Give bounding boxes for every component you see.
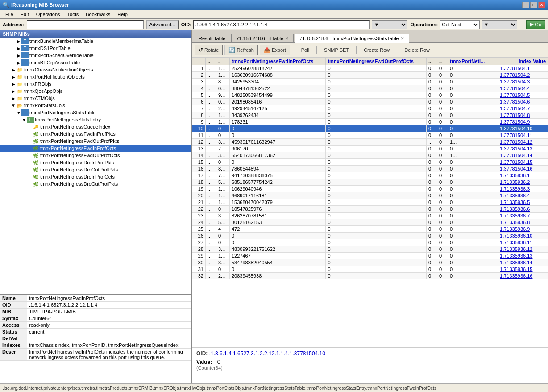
maximize-btn[interactable]: □ (530, 2, 537, 8)
expand-icon-open: ▼ (16, 110, 21, 115)
col-fwd-out[interactable]: tmnxPortNetIngressFwdOutProfOcts (326, 58, 427, 65)
table-row[interactable]: 5..9...14825053945449900001.37781504.5 (192, 92, 548, 99)
tree-item-fwd-out-octs[interactable]: 🌿 tmnxPortNetIngressFwdOutProfOcts (0, 152, 191, 159)
tree-item-dro-out-pkts[interactable]: 🌿 tmnxPortNetIngressDroOutProfPkts (0, 166, 191, 173)
table-row[interactable]: 24..5...3012516215300001.71335936.8 (192, 219, 548, 226)
table-row[interactable]: 17..7...94173038883607500001.71335936.1 (192, 172, 548, 179)
table-row[interactable]: 28..3...483099322175162200001.71335936.1… (192, 246, 548, 253)
tree-item-atm[interactable]: ▶ 📁 tmnxATMObjs (0, 95, 191, 102)
table-row[interactable]: 1..1...25249607881824700001.37781504.1 (192, 65, 548, 72)
tree-item-bundle-member[interactable]: ▶ T tmnxBundleMemberImaTable (0, 38, 191, 45)
tree-item-fwd-in-octs[interactable]: 🌿 tmnxPortNetIngressFwdInProfOcts (0, 145, 191, 152)
tree-item-schedroverride[interactable]: ▶ T tmnxPortSchedOverrideTable (0, 52, 191, 59)
table-row[interactable]: 25..447200001.71335936.9 (192, 226, 548, 233)
tab-close-icon[interactable]: ✕ (285, 36, 289, 41)
table-row[interactable]: 7..2...492944514712500001.37781504.7 (192, 105, 548, 112)
table-row[interactable]: 11..0000001.37781504.11 (192, 132, 548, 139)
table-row[interactable]: 4..0...3804478136252200001.37781504.4 (192, 85, 548, 92)
table-row[interactable]: 3..8...942595330400001.37781504.3 (192, 79, 548, 85)
toolbar-separator2 (316, 46, 317, 54)
menu-edit[interactable]: Edit (17, 11, 33, 18)
tree-item-queue-index[interactable]: 🔑 tmnxPortNetIngressQueueIndex (0, 123, 191, 130)
row-num: 24 (192, 219, 206, 226)
tree-item-portstats[interactable]: ▼ 📂 tmnxPortStatsObjs (0, 102, 191, 109)
col-fwd-in[interactable]: tmnxPortNetIngressFwdInProfOcts (230, 58, 326, 65)
tree-item-ingress-entry[interactable]: ▼ E tmnxPortNetIngressStatsEntry (0, 116, 191, 123)
table-row[interactable]: 30..3...53479888204055400001.71335936.14 (192, 259, 548, 266)
refresh-button[interactable]: 🔄 Refresh (224, 45, 258, 55)
row-num: 25 (192, 226, 206, 233)
minimize-btn[interactable]: ─ (522, 2, 529, 8)
prop-oid-value: .1.6.1.4.1.6527.3.1.2.2.12.1.1.4 (27, 302, 191, 309)
col-d3-val: 0 (448, 239, 498, 246)
col-dots1: .. (206, 226, 216, 233)
tree-item-fwd-out-pkts[interactable]: 🌿 tmnxPortNetIngressFwdOutProfPkts (0, 138, 191, 145)
status-bar: .iso.org.dod.internet.private.enterprise… (0, 383, 548, 392)
table-row[interactable]: 10..0000001.37781504.10 (192, 125, 548, 132)
menu-operations[interactable]: Operations (33, 11, 64, 18)
tree-item-bpgrpassoc[interactable]: ▶ T tmnxBPGrpAssocTable (0, 59, 191, 66)
go-button[interactable]: ▶ Go (526, 20, 545, 29)
row-num: 10 (192, 125, 206, 132)
tab-close-icon[interactable]: ✕ (401, 36, 404, 41)
ops-dropdown[interactable]: ▼ (482, 20, 517, 29)
table-area[interactable]: .. . tmnxPortNetIngressFwdInProfOcts tmn… (192, 57, 548, 347)
mib-tree[interactable]: ▶ T tmnxBundleMemberImaTable ▶ T tmnxDS1… (0, 38, 191, 294)
create-row-button[interactable]: Create Row (360, 47, 393, 53)
tree-item-ds1port[interactable]: ▶ T tmnxDS1PortTable (0, 45, 191, 52)
menu-tools[interactable]: Tools (64, 11, 83, 18)
tree-item-dro-in-octs[interactable]: 🌿 tmnxPortNetIngressDroInProfOcts (0, 173, 191, 180)
table-row[interactable]: 26..0000001.71335936.10 (192, 233, 548, 239)
advanced-btn[interactable]: Advanced... (146, 20, 179, 29)
table-row[interactable]: 8..1...343976243400001.37781504.8 (192, 112, 548, 119)
menu-help[interactable]: Help (114, 11, 131, 18)
table-icon: T (21, 109, 29, 116)
col-portnet[interactable]: tmnxPortNetI... (448, 58, 498, 65)
table-row[interactable]: 21..1...15368047004207900001.71335936.5 (192, 199, 548, 206)
col-index[interactable]: Index Value (498, 58, 548, 65)
delete-row-button[interactable]: Delete Row (401, 47, 433, 53)
table-row[interactable]: 13..7...90617000001.37781504.13 (192, 146, 548, 152)
tree-item-qosapp[interactable]: ▶ 📁 tmnxQosAppObjs (0, 88, 191, 95)
table-row[interactable]: 15..0000001.37781504.15 (192, 159, 548, 166)
oid-dropdown[interactable]: ▼ (372, 20, 407, 29)
oid-input[interactable] (193, 20, 370, 29)
table-row[interactable]: 6..0...2019808541600001.37781504.6 (192, 99, 548, 105)
table-row[interactable]: 27..0000001.71335936.11 (192, 239, 548, 246)
tree-item-fwd-in-pkts[interactable]: 🌿 tmnxPortNetIngressFwdInProfPkts (0, 130, 191, 138)
tab-result-table[interactable]: Result Table (194, 34, 230, 42)
menu-bookmarks[interactable]: Bookmarks (82, 11, 114, 18)
table-row[interactable]: 20..1...468901711618100001.71335936.4 (192, 192, 548, 199)
expand-icon: ▶ (11, 67, 16, 72)
col-d3-val: 0 (448, 146, 498, 152)
table-row[interactable]: 19..1...1062904094600001.71335936.3 (192, 186, 548, 192)
table-row[interactable]: 12..3...45939176116329470...01...1.37781… (192, 139, 548, 146)
tree-item-frobjs[interactable]: ▶ 📁 tmnxFRObjs (0, 80, 191, 88)
tab-iftable[interactable]: 71.156.218.6 - ifTable ✕ (231, 34, 294, 42)
table-row[interactable]: 29..1...122746700001.71335936.13 (192, 253, 548, 259)
table-row[interactable]: 14..3...55401730668173620001...1.3778150… (192, 152, 548, 159)
table-row[interactable]: 18..5...68518657775424200001.71335936.2 (192, 179, 548, 186)
address-input[interactable] (27, 20, 144, 29)
poll-button[interactable]: Poll (298, 47, 313, 53)
table-row[interactable]: 2..1...16363091667468800001.37781504.2 (192, 72, 548, 79)
close-btn[interactable]: ✕ (538, 2, 545, 8)
tree-item-chassis-notif[interactable]: ▶ 📁 tmnxChassisNotificationObjects (0, 66, 191, 73)
table-row[interactable]: 23..3...826287078158100001.71335936.7 (192, 213, 548, 219)
snmp-set-button[interactable]: SNMP SET (320, 47, 353, 53)
tree-item-dro-out-pkts2[interactable]: 🌿 tmnxPortNetIngressDroOutProfPkts (0, 180, 191, 188)
table-row[interactable]: 32..2...2083945593800001.71335936.16 (192, 273, 548, 279)
tree-item-ingress-table[interactable]: ▼ T tmnxPortNetIngressStatsTable (0, 109, 191, 116)
tab-ingress-table[interactable]: 71.156.218.6 - tmnxPortNetIngressStatsTa… (295, 34, 409, 43)
table-row[interactable]: 9..1...17823100001.37781504.9 (192, 119, 548, 125)
rotate-button[interactable]: ↺ Rotate (195, 45, 223, 55)
menu-file[interactable]: File (2, 11, 17, 18)
tree-item-dro-in-pkts[interactable]: 🌿 tmnxPortNetIngressDroInProfPkts (0, 159, 191, 166)
col-dots1: .. (206, 166, 216, 172)
table-row[interactable]: 31..0000001.71335936.15 (192, 266, 548, 273)
tree-item-port-notif[interactable]: ▶ 📁 tmnxPortNotificationObjects (0, 73, 191, 80)
export-button[interactable]: 📤 Export (260, 45, 290, 55)
ops-select[interactable]: Get Next Get Get Bulk Set Walk (440, 20, 480, 29)
table-row[interactable]: 22..01054782597600001.71335936.6 (192, 206, 548, 213)
table-row[interactable]: 16..8...786054489400001.37781504.16 (192, 166, 548, 172)
